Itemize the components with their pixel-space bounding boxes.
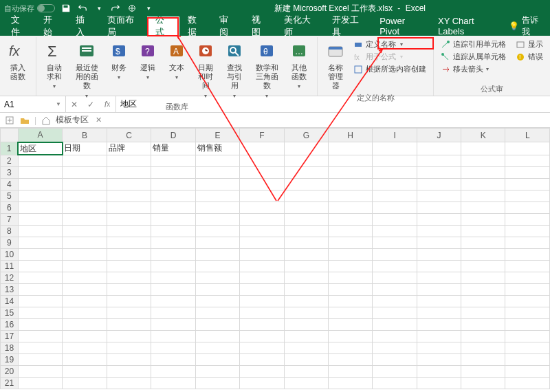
cell-C13[interactable]: [107, 283, 151, 295]
lookup-button[interactable]: 查找与引用▾: [221, 39, 248, 101]
cell-L11[interactable]: [505, 260, 550, 272]
cell-L13[interactable]: [505, 283, 550, 295]
cell-B5[interactable]: [63, 190, 107, 202]
row-header-12[interactable]: 12: [1, 272, 19, 283]
cell-C21[interactable]: [107, 377, 151, 389]
create-from-selection-button[interactable]: 根据所选内容创建: [351, 63, 429, 75]
cell-C8[interactable]: [107, 225, 151, 237]
cell-C3[interactable]: [107, 166, 151, 178]
cell-K2[interactable]: [461, 155, 505, 166]
cell-J1[interactable]: [417, 142, 461, 155]
trace-precedents-button[interactable]: 追踪引用单元格: [438, 39, 509, 50]
cell-G2[interactable]: [284, 155, 328, 166]
cell-G11[interactable]: [284, 260, 328, 272]
cell-E2[interactable]: [195, 155, 239, 166]
cell-J18[interactable]: [417, 342, 461, 353]
cell-A15[interactable]: [18, 307, 62, 318]
cell-B9[interactable]: [63, 237, 107, 248]
cell-G18[interactable]: [284, 342, 328, 353]
cell-I6[interactable]: [373, 202, 417, 213]
cell-G7[interactable]: [284, 213, 328, 225]
cell-J2[interactable]: [417, 155, 461, 166]
row-header-7[interactable]: 7: [1, 213, 19, 225]
cell-D15[interactable]: [151, 307, 195, 318]
cell-F6[interactable]: [240, 202, 284, 213]
cell-H13[interactable]: [329, 283, 373, 295]
cell-B12[interactable]: [63, 272, 107, 283]
cell-I19[interactable]: [373, 353, 417, 365]
cell-H21[interactable]: [329, 377, 373, 389]
cell-L15[interactable]: [505, 307, 550, 318]
row-header-17[interactable]: 17: [1, 330, 19, 342]
cell-D2[interactable]: [151, 155, 195, 166]
cell-B14[interactable]: [63, 295, 107, 307]
cell-A12[interactable]: [18, 272, 62, 283]
cell-C6[interactable]: [107, 202, 151, 213]
cell-H10[interactable]: [329, 248, 373, 260]
cell-A18[interactable]: [18, 342, 62, 353]
error-checking-button[interactable]: ! 错误: [513, 51, 546, 63]
cell-K14[interactable]: [461, 295, 505, 307]
cell-H20[interactable]: [329, 365, 373, 377]
cell-A9[interactable]: [18, 237, 62, 248]
cell-A11[interactable]: [18, 260, 62, 272]
cell-K4[interactable]: [461, 178, 505, 190]
cell-F16[interactable]: [240, 318, 284, 330]
cell-D4[interactable]: [151, 178, 195, 190]
cell-I15[interactable]: [373, 307, 417, 318]
cell-I11[interactable]: [373, 260, 417, 272]
cell-K17[interactable]: [461, 330, 505, 342]
cell-F8[interactable]: [240, 225, 284, 237]
cell-J8[interactable]: [417, 225, 461, 237]
cell-H12[interactable]: [329, 272, 373, 283]
cell-L6[interactable]: [505, 202, 550, 213]
cell-I18[interactable]: [373, 342, 417, 353]
show-formulas-button[interactable]: 显示: [513, 39, 546, 50]
cell-D16[interactable]: [151, 318, 195, 330]
cell-E6[interactable]: [195, 202, 239, 213]
cell-C19[interactable]: [107, 353, 151, 365]
row-header-3[interactable]: 3: [1, 166, 19, 178]
cell-B1[interactable]: 日期: [63, 142, 107, 155]
row-header-20[interactable]: 20: [1, 365, 19, 377]
tab-power-pivot[interactable]: Power Pivot: [371, 17, 430, 36]
cell-D21[interactable]: [151, 377, 195, 389]
cell-L1[interactable]: [505, 142, 550, 155]
cell-A20[interactable]: [18, 365, 62, 377]
save-icon[interactable]: [60, 3, 72, 14]
cell-G3[interactable]: [284, 166, 328, 178]
cell-C10[interactable]: [107, 248, 151, 260]
datetime-button[interactable]: 日期和时间▾: [192, 39, 219, 101]
cell-F21[interactable]: [240, 377, 284, 389]
cell-H18[interactable]: [329, 342, 373, 353]
cell-L20[interactable]: [505, 365, 550, 377]
cell-E11[interactable]: [195, 260, 239, 272]
cell-K13[interactable]: [461, 283, 505, 295]
cell-D1[interactable]: 销量: [151, 142, 195, 155]
cell-D9[interactable]: [151, 237, 195, 248]
cell-I17[interactable]: [373, 330, 417, 342]
cell-B4[interactable]: [63, 178, 107, 190]
cell-E15[interactable]: [195, 307, 239, 318]
insert-function-button[interactable]: fx 插入函数: [4, 39, 32, 83]
cell-F12[interactable]: [240, 272, 284, 283]
row-header-19[interactable]: 19: [1, 353, 19, 365]
cell-L2[interactable]: [505, 155, 550, 166]
cell-L17[interactable]: [505, 330, 550, 342]
cell-I4[interactable]: [373, 178, 417, 190]
cell-I20[interactable]: [373, 365, 417, 377]
cell-F9[interactable]: [240, 237, 284, 248]
cell-J3[interactable]: [417, 166, 461, 178]
cell-J17[interactable]: [417, 330, 461, 342]
cell-A3[interactable]: [18, 166, 62, 178]
cell-K18[interactable]: [461, 342, 505, 353]
tell-me[interactable]: 💡 告诉我: [503, 17, 547, 36]
qat-more-icon[interactable]: ▾: [143, 3, 154, 14]
cell-E21[interactable]: [195, 377, 239, 389]
cell-I1[interactable]: [373, 142, 417, 155]
col-header-F[interactable]: F: [240, 129, 284, 142]
cell-D19[interactable]: [151, 353, 195, 365]
cell-A7[interactable]: [18, 213, 62, 225]
row-header-9[interactable]: 9: [1, 237, 19, 248]
cell-I21[interactable]: [373, 377, 417, 389]
